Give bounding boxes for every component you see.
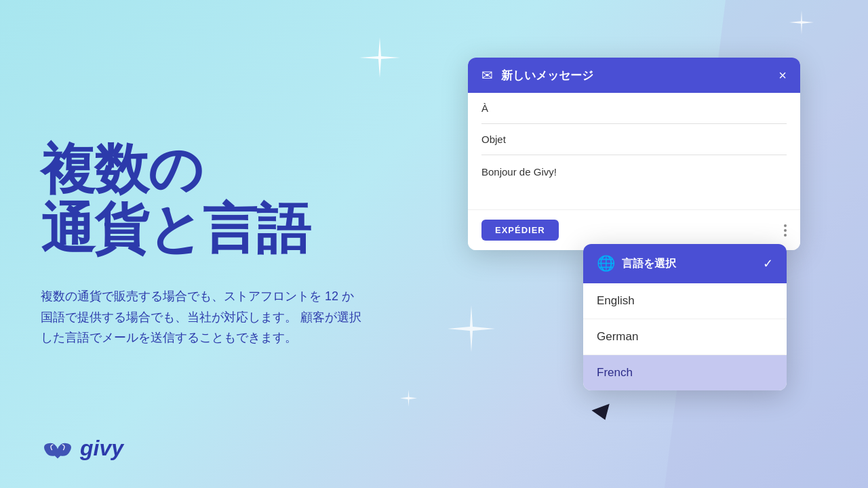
language-dropdown-title: 言語を選択	[622, 257, 756, 271]
chevron-down-icon: ✓	[763, 256, 773, 271]
dot3	[784, 234, 787, 237]
left-panel: 複数の 通貨と言語 複数の通貨で販売する場合でも、ストアフロントを 12 か国語…	[41, 0, 420, 488]
email-icon: ✉	[481, 67, 493, 83]
title-line2: 通貨と言語	[41, 199, 420, 259]
description-text: 複数の通貨で販売する場合でも、ストアフロントを 12 か国語で提供する場合でも、…	[41, 286, 366, 348]
dot2	[784, 229, 787, 232]
language-dropdown[interactable]: 🌐 言語を選択 ✓ English German French	[583, 244, 787, 390]
language-option-german[interactable]: German	[583, 319, 787, 355]
email-header-title: 新しいメッセージ	[501, 68, 770, 83]
email-body: À Objet Bonjour de Givy!	[468, 93, 800, 209]
language-option-french[interactable]: French	[583, 355, 787, 390]
sparkle-icon-top-right	[789, 10, 814, 35]
email-body-text[interactable]: Bonjour de Givy!	[481, 155, 787, 209]
language-dropdown-header[interactable]: 🌐 言語を選択 ✓	[583, 244, 787, 283]
sparkle-icon-mid	[448, 305, 495, 352]
logo: givy	[41, 436, 123, 461]
logo-text: givy	[80, 436, 123, 461]
logo-icon	[41, 439, 75, 459]
language-option-english[interactable]: English	[583, 283, 787, 319]
globe-icon: 🌐	[597, 255, 615, 272]
email-header: ✉ 新しいメッセージ ×	[468, 58, 800, 93]
email-card: ✉ 新しいメッセージ × À Objet Bonjour de Givy! EX…	[468, 58, 800, 250]
title-line1: 複数の	[41, 140, 420, 199]
email-to-field[interactable]: À	[481, 93, 787, 124]
main-title: 複数の 通貨と言語	[41, 140, 420, 259]
dot1	[784, 224, 787, 227]
close-button[interactable]: ×	[778, 68, 787, 83]
send-button[interactable]: EXPÉDIER	[481, 220, 559, 241]
email-subject-field[interactable]: Objet	[481, 124, 787, 155]
more-options-button[interactable]	[784, 224, 787, 237]
